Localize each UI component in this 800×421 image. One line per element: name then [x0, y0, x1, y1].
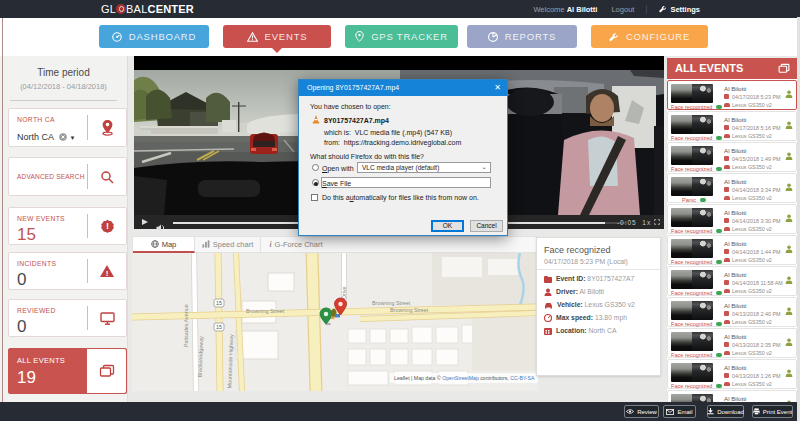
svg-text:Browning Street: Browning Street: [372, 300, 411, 306]
svg-text:Browning Street: Browning Street: [390, 307, 429, 313]
svg-text:Palisades Avenue: Palisades Avenue: [183, 304, 189, 347]
svg-text:!: !: [106, 221, 109, 231]
svg-text:Leaflet | Map data © OpenStree: Leaflet | Map data © OpenStreetMap contr…: [394, 375, 535, 381]
svg-text:!: !: [106, 269, 109, 278]
svg-text:15: 15: [216, 324, 222, 330]
svg-text:15: 15: [216, 300, 222, 306]
svg-text:Drive: Drive: [341, 286, 347, 299]
svg-text:Browning Street: Browning Street: [246, 308, 285, 314]
